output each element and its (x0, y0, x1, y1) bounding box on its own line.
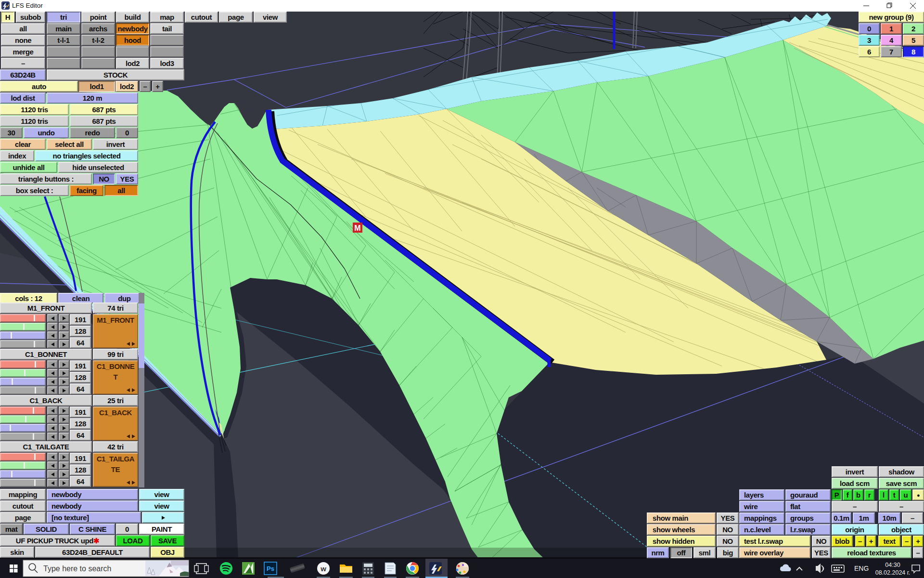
svg-text:04:30: 04:30 (885, 562, 900, 568)
svg-text:M: M (354, 224, 360, 232)
svg-text:08.02.2024 г.: 08.02.2024 г. (875, 569, 911, 576)
svg-text:w: w (320, 565, 326, 573)
svg-text:Ps: Ps (267, 565, 274, 572)
svg-text:ENG: ENG (854, 565, 869, 572)
svg-text:Type here to search: Type here to search (43, 565, 111, 573)
